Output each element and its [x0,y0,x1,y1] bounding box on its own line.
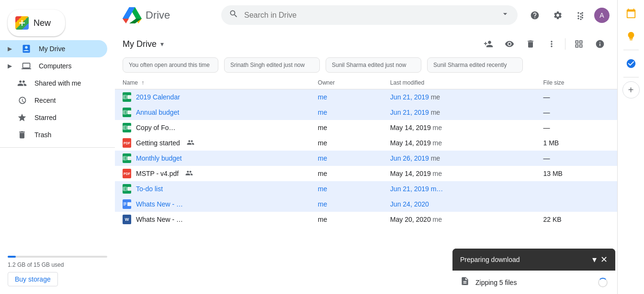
table-row[interactable]: Copy of Fo… me May 14, 2019 me — [115,120,617,135]
file-name-link[interactable]: Whats New - … [136,200,183,208]
new-button[interactable]: New [8,10,65,36]
toast-minimize-button[interactable]: ▾ [592,254,597,265]
file-name-link[interactable]: Annual budget [136,109,179,116]
file-size-cell: — [535,89,617,105]
file-owner-link[interactable]: me [318,93,327,101]
sort-arrow-icon: ↑ [141,79,144,86]
col-header-name[interactable]: Name ↑ [115,76,310,89]
file-name-cell: Copy of Fo… [115,120,310,135]
my-drive-title: My Drive [123,39,157,49]
help-button[interactable] [525,6,544,25]
keep-panel-icon[interactable] [621,27,641,46]
topbar: Drive A [115,0,617,31]
file-name-cell: Monthly budget [115,151,310,166]
table-row[interactable]: Annual budget me Jun 21, 2019 me — [115,105,617,120]
file-name-link[interactable]: To-do list [136,185,163,193]
recent-card-3[interactable]: Sunil Sharma edited recently [427,57,523,73]
file-date-by: me [431,93,440,101]
sidebar-item-my-drive-label: My Drive [39,45,65,53]
toast-title: Preparing download [460,256,520,263]
file-date-cell: May 20, 2020 me [383,212,536,227]
file-date: Jun 21, 2019 [390,93,429,101]
buy-storage-button[interactable]: Buy storage [8,272,58,286]
view-details-button[interactable] [590,34,610,54]
drive-header: My Drive ▾ [115,31,617,55]
more-options-button[interactable] [542,34,561,54]
storage-section: 1.2 GB of 15 GB used Buy storage [0,248,115,290]
recent-card-0[interactable]: You often open around this time [123,57,218,73]
file-name-text: Copy of Fo… [136,124,175,131]
sidebar: New ▶ My Drive ▶ Computers Shared with m… [0,0,115,294]
file-date-cell: Jun 21, 2019 me [383,105,536,120]
apps-button[interactable] [571,6,590,25]
toast-close-button[interactable]: ✕ [600,254,608,265]
grid-view-button[interactable] [569,34,588,54]
table-row[interactable]: PDF MSTP - v4.pdf me May 14, 2019 me 13 … [115,166,617,181]
recent-card-1[interactable]: Srinath Singh edited just now [224,57,320,73]
file-date: Jun 21, 2019 m… [390,185,443,193]
new-plus-icon [15,16,29,30]
table-row[interactable]: Whats New - … me Jun 24, 2020 [115,196,617,212]
recent-icon [17,96,27,105]
file-owner-link[interactable]: me [318,200,327,208]
new-button-wrap: New [0,4,115,40]
svg-rect-2 [123,95,126,98]
delete-button[interactable] [521,34,540,54]
avatar[interactable]: A [594,8,610,23]
file-owner-cell: me [310,120,383,135]
file-date-by: me [433,170,442,177]
sidebar-item-trash-label: Trash [34,131,51,139]
settings-button[interactable] [548,6,567,25]
file-size-cell: 22 KB [535,212,617,227]
file-name-link[interactable]: Monthly budget [136,154,182,162]
table-row[interactable]: W Whats New - … me May 20, 2020 me 22 KB [115,212,617,227]
shared-indicator-icon [187,139,194,148]
table-row[interactable]: 2019 Calendar me Jun 21, 2019 me — [115,89,617,105]
search-input[interactable] [244,11,495,20]
col-header-last-modified: Last modified [383,76,536,89]
file-name-cell: PDF Getting started [115,135,310,151]
share-button[interactable] [479,34,498,54]
search-dropdown-icon[interactable] [500,9,510,21]
file-date-by: me [431,154,440,162]
drive-title-dropdown-icon[interactable]: ▾ [160,40,164,48]
sidebar-item-shared[interactable]: Shared with me [0,75,107,92]
file-owner-link[interactable]: me [318,185,327,193]
toast-controls: ▾ ✕ [592,254,608,265]
table-row[interactable]: Monthly budget me Jun 26, 2019 me — [115,151,617,166]
sidebar-item-my-drive[interactable]: ▶ My Drive [0,40,107,57]
file-date-cell: May 14, 2019 me [383,166,536,181]
sheets-icon [123,92,131,102]
drive-toolbar [479,34,610,54]
file-owner-cell: me [310,135,383,151]
search-icon [229,9,238,21]
right-panel-add-button[interactable]: + [622,81,640,98]
tasks-panel-icon[interactable] [621,54,641,73]
file-date-by: me [433,124,442,131]
file-date-cell: Jun 26, 2019 me [383,151,536,166]
sidebar-item-starred-label: Starred [34,114,56,121]
calendar-panel-icon[interactable] [621,4,641,23]
col-header-file-size: File size [535,76,617,89]
drive-logo-icon [123,7,142,23]
file-name-link[interactable]: 2019 Calendar [136,93,180,101]
sidebar-item-computers[interactable]: ▶ Computers [0,57,107,75]
file-table: Name ↑ Owner Last modified File size 201… [115,76,617,227]
sidebar-item-trash[interactable]: Trash [0,126,107,143]
file-date: May 14, 2019 [390,124,431,131]
file-name-text: MSTP - v4.pdf [136,170,179,177]
file-owner-link[interactable]: me [318,109,327,116]
file-date-cell: Jun 21, 2019 me [383,89,536,105]
recent-card-2[interactable]: Sunil Sharma edited just now [326,57,421,73]
svg-rect-14 [123,156,126,160]
svg-rect-18 [123,187,126,190]
toast-header: Preparing download ▾ ✕ [452,249,615,271]
sidebar-item-shared-label: Shared with me [34,79,81,87]
table-row[interactable]: To-do list me Jun 21, 2019 m… [115,181,617,196]
file-owner-link[interactable]: me [318,154,327,162]
sidebar-item-starred[interactable]: Starred [0,109,107,126]
table-row[interactable]: PDF Getting started me May 14, 2019 me 1… [115,135,617,151]
sidebar-item-recent[interactable]: Recent [0,92,107,109]
preview-button[interactable] [500,34,519,54]
right-panel-divider-2 [623,77,639,77]
